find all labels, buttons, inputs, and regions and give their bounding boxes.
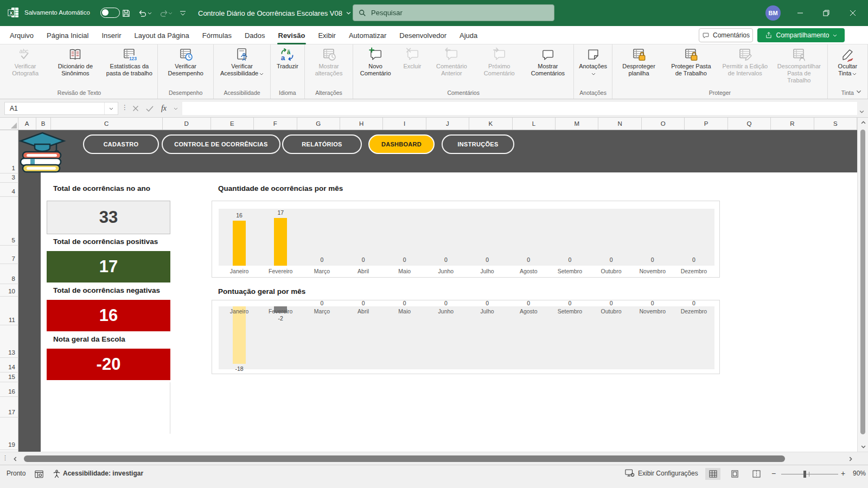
column-header-J[interactable]: J [426,118,469,130]
row-header-7[interactable]: 7 [12,255,15,262]
excel-app-icon[interactable]: X [7,6,20,21]
nav-button-relatorios[interactable]: RELATÓRIOS [282,134,362,154]
formula-bar-expand-icon[interactable] [859,106,864,115]
column-header-M[interactable]: M [556,118,598,130]
row-header-8[interactable]: 8 [12,275,15,282]
row-header-10[interactable]: 10 [8,288,15,294]
formula-input[interactable] [182,102,857,115]
search-box[interactable] [353,4,554,21]
column-header-R[interactable]: R [771,118,814,130]
nav-button-instrucoes[interactable]: INSTRUÇÕES [442,134,514,154]
save-icon[interactable] [119,7,133,20]
page-break-view-button[interactable] [749,468,764,480]
restore-button[interactable] [813,0,840,26]
row-header-14[interactable]: 14 [8,364,15,370]
zoom-out-button[interactable]: − [771,469,776,478]
enter-icon[interactable] [143,102,156,114]
tab-inserir[interactable]: Inserir [95,26,127,44]
minimize-button[interactable] [787,0,814,26]
nav-button-cadastro[interactable]: CADASTRO [83,134,159,154]
tab-automatizar[interactable]: Automatizar [342,26,393,44]
row-header-15[interactable]: 15 [8,374,15,380]
insert-function-icon[interactable]: fx [157,102,170,114]
share-button[interactable]: Compartilhamento [757,28,845,42]
macro-record-icon[interactable] [34,469,44,479]
scroll-down-icon[interactable] [858,442,868,452]
column-header-L[interactable]: L [513,118,556,130]
tab-dados[interactable]: Dados [238,26,272,44]
name-box[interactable]: A1 [4,102,118,115]
row-header-5[interactable]: 5 [12,237,15,243]
ribbon-button-excluir[interactable]: Excluir [397,44,428,70]
vertical-scrollbar[interactable] [857,118,868,452]
column-header-O[interactable]: O [642,118,685,130]
ribbon-button-ocultar-tinta[interactable]: Ocultar Tinta [829,44,866,77]
row-header-11[interactable]: 11 [9,317,15,323]
ribbon-button-traduzir[interactable]: aãTraduzir [272,44,303,70]
ribbon-button-estatisticas-da-pasta-de-trabalho[interactable]: 123Estatísticas da pasta de trabalho [103,44,156,77]
search-input[interactable] [371,9,534,17]
vertical-scroll-thumb[interactable] [860,130,865,434]
column-header-D[interactable]: D [163,118,211,130]
nav-button-dashboard[interactable]: DASHBOARD [368,134,435,154]
accessibility-status-icon[interactable] [51,469,62,479]
page-layout-view-button[interactable] [727,468,742,480]
row-header-17[interactable]: 17 [8,409,15,415]
ribbon-button-mostrar-comentarios[interactable]: Mostrar Comentários [524,44,573,77]
ribbon-button-novo-comentario[interactable]: Novo Comentário [354,44,397,77]
zoom-level[interactable]: 90% [848,470,866,477]
undo-dropdown-icon[interactable] [148,11,152,16]
column-header-Q[interactable]: Q [728,118,771,130]
tab-pagina-inicial[interactable]: Página Inicial [40,26,95,44]
ribbon-button-comentario-anterior[interactable]: Comentário Anterior [428,44,475,77]
column-header-A[interactable]: A [18,118,36,130]
cancel-icon[interactable] [129,102,142,114]
ribbon-button-dicionario-de-sinonimos[interactable]: Dicionário de Sinônimos [48,44,102,77]
row-header-13[interactable]: 13 [8,349,15,356]
tab-desenvolvedor[interactable]: Desenvolvedor [393,26,453,44]
ribbon-button-proteger-pasta-de-trabalho[interactable]: Proteger Pasta de Trabalho [664,44,718,77]
column-header-P[interactable]: P [685,118,727,130]
formula-bar-handle-icon[interactable]: ⋮ [122,104,128,111]
zoom-in-button[interactable]: + [841,469,845,478]
fx-dropdown-icon[interactable] [169,102,182,114]
zoom-slider-track[interactable] [781,474,838,474]
name-box-dropdown-icon[interactable] [104,102,118,114]
column-header-K[interactable]: K [469,118,512,130]
avatar[interactable]: BM [765,5,781,21]
column-header-E[interactable]: E [211,118,254,130]
comments-button[interactable]: Comentários [699,28,753,42]
ribbon-button-anotacoes[interactable]: Anotações [575,44,611,77]
tab-exibir[interactable]: Exibir [311,26,342,44]
scroll-right-icon[interactable] [845,452,856,465]
column-header-N[interactable]: N [598,118,641,130]
row-header-16[interactable]: 16 [8,388,15,395]
document-title[interactable]: Controle Diário de Ocorrências Escolares… [198,0,351,26]
row-header-4[interactable]: 4 [12,188,15,195]
horizontal-scrollbar[interactable]: ⋮ [0,452,868,465]
column-header-S[interactable]: S [814,118,857,130]
scroll-left-icon[interactable] [10,452,21,465]
ribbon-button-permitir-a-edicao-de-intervalos[interactable]: Permitir a Edição de Intervalos [718,44,773,77]
customize-qat-icon[interactable] [176,7,190,20]
zoom-slider-thumb[interactable] [803,471,806,478]
ribbon-button-desproteger-planilha[interactable]: Desproteger planilha [614,44,664,77]
tab-ajuda[interactable]: Ajuda [453,26,484,44]
column-header-H[interactable]: H [340,118,383,130]
tab-formulas[interactable]: Fórmulas [196,26,238,44]
normal-view-button[interactable] [705,468,720,480]
ribbon-button-verificar-ortografia[interactable]: abcVerificar Ortografia [2,44,48,77]
horizontal-scroll-thumb[interactable] [24,455,785,462]
row-header-19[interactable]: 19 [8,441,15,448]
select-all-corner[interactable] [0,118,18,130]
collapse-ribbon-icon[interactable] [856,86,861,95]
tab-layout-da-pagina[interactable]: Layout da Página [128,26,196,44]
column-header-G[interactable]: G [297,118,340,130]
redo-dropdown-icon[interactable] [168,11,173,16]
ribbon-button-proximo-comentario[interactable]: Próximo Comentário [475,44,524,77]
nav-button-controle-de-ocorrencias[interactable]: CONTROLE DE OCORRÊNCIAS [162,134,280,154]
tab-arquivo[interactable]: Arquivo [3,26,40,44]
ribbon-button-descompartilhar-pasta-de-trabalho[interactable]: Descompartilhar Pasta de Trabalho [772,44,826,84]
ribbon-button-verificar-desempenho[interactable]: Verificar Desempenho [159,44,212,77]
scroll-up-icon[interactable] [858,118,868,127]
